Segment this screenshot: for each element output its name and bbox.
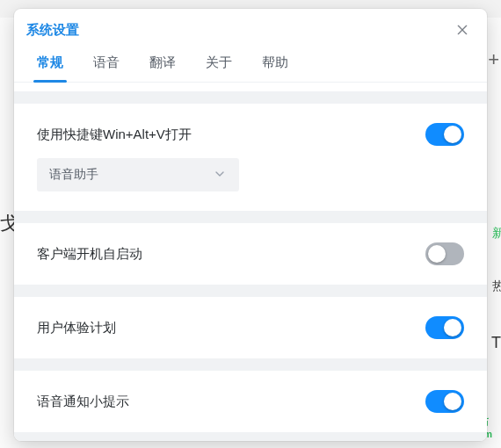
shortcut-target-select[interactable]: 语音助手 [37,158,239,191]
modal-title: 系统设置 [26,22,79,39]
close-icon [455,23,469,37]
section-ux-plan: 用户体验计划 [14,297,487,358]
section-autostart: 客户端开机自启动 [14,223,487,285]
tab-translate[interactable]: 翻译 [149,54,176,82]
settings-modal: 系统设置 常规 语音 翻译 关于 帮助 使用快捷键Win+Alt+V打开 语音助… [14,9,487,441]
ux-plan-toggle[interactable] [425,316,464,339]
tab-voice[interactable]: 语音 [93,54,120,82]
settings-scroll-area[interactable]: 使用快捷键Win+Alt+V打开 语音助手 客户端开机自启动 用户体验计划 [14,83,487,441]
ux-plan-label: 用户体验计划 [37,320,116,336]
tab-general[interactable]: 常规 [37,54,63,82]
voice-tip-toggle[interactable] [425,390,464,413]
section-shortcut: 使用快捷键Win+Alt+V打开 语音助手 [14,104,487,211]
shortcut-toggle[interactable] [425,123,464,146]
autostart-label: 客户端开机自启动 [37,246,142,263]
voice-tip-label: 语音通知小提示 [37,394,129,410]
bg-text-t: T [491,334,501,352]
modal-header: 系统设置 [14,9,487,46]
close-button[interactable] [452,19,473,40]
tab-help[interactable]: 帮助 [262,54,288,82]
bg-text-dark: 热 [492,277,501,294]
autostart-toggle[interactable] [425,242,464,265]
chevron-down-icon [213,167,227,184]
bg-text-green: 新 [492,224,501,242]
select-value: 语音助手 [49,167,98,183]
tabs-bar: 常规 语音 翻译 关于 帮助 [14,46,487,83]
tab-about[interactable]: 关于 [206,54,232,82]
bg-plus-icon: + [488,48,499,71]
section-voice-tip: 语音通知小提示 [14,371,487,432]
section-top-spacer [14,83,487,91]
shortcut-label: 使用快捷键Win+Alt+V打开 [37,126,192,143]
